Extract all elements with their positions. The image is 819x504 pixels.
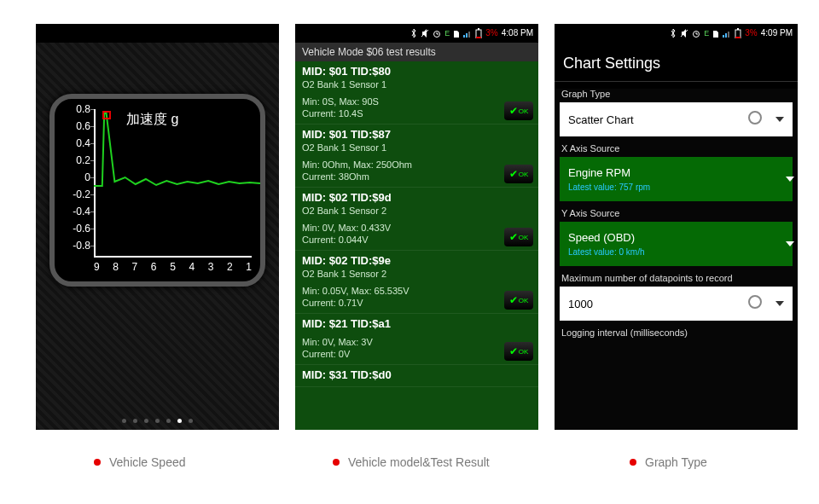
label-x-axis: X Axis Source (561, 143, 791, 154)
row-minmax: Min: 0S, Max: 90S (302, 96, 531, 107)
svg-rect-16 (728, 32, 729, 38)
row-current: Current: 0.71V (302, 298, 531, 308)
row-current: Current: 10.4S (302, 108, 531, 119)
ok-badge: OK (504, 165, 533, 183)
battery-percent: 3% (485, 24, 497, 43)
x-tick: 9 (94, 261, 100, 273)
phone-vehicle-speed: 加速度 g 0.80.60.40.20-0.2-0.4-0.6-0.8 9876… (36, 24, 279, 430)
row-mid: MID: $21 TID:$a1 (302, 317, 531, 330)
y-axis-select[interactable]: Speed (OBD) Latest value: 0 km/h (560, 222, 793, 266)
label-max-points: Maximum number of datapoints to record (561, 273, 791, 283)
screen-header: Vehicle Mode $06 test results (295, 43, 538, 61)
line-plot (94, 109, 260, 263)
x-axis-latest: Latest value: 757 rpm (568, 182, 650, 192)
y-tick: -0.4 (67, 206, 90, 217)
radio-icon (748, 111, 762, 125)
x-tick: 8 (113, 261, 119, 273)
graph-type-select[interactable]: Scatter Chart (560, 102, 793, 136)
phone-test-results: E 3% 4:08 PM Vehicle Mode $06 test resul… (295, 24, 538, 430)
chevron-down-icon (775, 117, 784, 122)
page-indicator (36, 419, 279, 423)
row-current: Current: 38Ohm (302, 171, 531, 182)
ok-badge: OK (504, 228, 533, 246)
y-tick: 0.4 (67, 137, 90, 149)
caption-3: Graph Type (630, 455, 707, 469)
row-minmax: Min: 0.05V, Max: 65.535V (302, 286, 531, 296)
svg-rect-18 (737, 28, 739, 30)
bluetooth-icon (670, 28, 677, 38)
svg-rect-8 (478, 28, 479, 30)
y-tick: 0.6 (67, 120, 90, 132)
caption-2: Vehicle model&Test Result (333, 455, 490, 469)
y-tick: 0.2 (67, 154, 90, 166)
ok-badge: OK (504, 342, 533, 361)
label-y-axis: Y Axis Source (561, 208, 791, 218)
sim-icon (712, 29, 719, 38)
y-tick: 0.8 (67, 103, 90, 115)
sim-icon (453, 29, 460, 38)
chevron-down-icon (786, 241, 794, 246)
x-tick: 1 (246, 261, 252, 273)
caption-1: Vehicle Speed (94, 455, 186, 469)
y-tick: -0.8 (67, 240, 90, 252)
test-result-row[interactable]: MID: $02 TID:$9eO2 Bank 1 Sensor 2Min: 0… (295, 251, 538, 314)
graph-type-value: Scatter Chart (568, 113, 634, 126)
test-result-row[interactable]: MID: $31 TID:$d0 (295, 365, 538, 387)
x-tick: 4 (189, 261, 195, 273)
x-axis-value: Engine RPM (568, 166, 630, 179)
chart-marker (102, 111, 111, 119)
signal-icon (723, 29, 731, 38)
row-current: Current: 0V (302, 349, 531, 359)
row-mid: MID: $31 TID:$d0 (302, 368, 531, 381)
signal-icon (463, 29, 472, 38)
y-axis-latest: Latest value: 0 km/h (568, 247, 645, 257)
status-bar (36, 24, 279, 43)
label-logging-interval: Logging interval (milliseconds) (561, 327, 791, 338)
y-tick: -0.2 (67, 188, 90, 200)
row-mid: MID: $01 TID:$80 (302, 65, 531, 78)
row-mid: MID: $02 TID:$9e (302, 254, 531, 267)
x-tick: 5 (170, 261, 176, 273)
bluetooth-icon (410, 28, 417, 38)
ok-badge: OK (504, 291, 533, 310)
svg-rect-4 (463, 35, 465, 38)
row-minmax: Min: 0V, Max: 3V (302, 337, 531, 347)
test-result-row[interactable]: MID: $21 TID:$a1Min: 0V, Max: 3VCurrent:… (295, 314, 538, 365)
max-points-select[interactable]: 1000 (560, 287, 793, 321)
chevron-down-icon (775, 301, 784, 306)
row-minmax: Min: 0Ohm, Max: 250Ohm (302, 159, 531, 170)
accel-chart: 加速度 g 0.80.60.40.20-0.2-0.4-0.6-0.8 9876… (49, 94, 265, 287)
y-tick: -0.6 (67, 223, 90, 235)
status-bar: E 3% 4:08 PM (295, 24, 538, 43)
x-tick: 6 (151, 261, 157, 273)
battery-saver-icon: E (444, 24, 450, 43)
clock: 4:09 PM (761, 24, 793, 43)
svg-rect-14 (723, 35, 724, 38)
row-sensor: O2 Bank 1 Sensor 1 (302, 79, 531, 90)
phone-chart-settings: E 3% 4:09 PM Chart Settings Graph Type S… (555, 24, 798, 430)
row-minmax: Min: 0V, Max: 0.433V (302, 223, 531, 233)
row-mid: MID: $01 TID:$87 (302, 128, 531, 141)
bullet-icon (630, 459, 636, 466)
row-mid: MID: $02 TID:$9d (302, 191, 531, 204)
row-sensor: O2 Bank 1 Sensor 2 (302, 206, 531, 216)
svg-rect-19 (735, 37, 741, 38)
row-sensor: O2 Bank 1 Sensor 1 (302, 142, 531, 153)
ok-badge: OK (504, 101, 533, 120)
x-tick: 3 (208, 261, 214, 273)
test-result-row[interactable]: MID: $01 TID:$87O2 Bank 1 Sensor 1Min: 0… (295, 125, 538, 188)
test-result-row[interactable]: MID: $02 TID:$9dO2 Bank 1 Sensor 2Min: 0… (295, 188, 538, 251)
svg-rect-15 (725, 33, 727, 38)
svg-rect-9 (476, 37, 481, 38)
x-axis-select[interactable]: Engine RPM Latest value: 757 rpm (560, 157, 793, 201)
y-tick: 0 (67, 171, 90, 183)
mute-icon (680, 29, 688, 38)
label-graph-type: Graph Type (561, 89, 791, 99)
svg-rect-5 (466, 33, 468, 38)
max-points-value: 1000 (568, 298, 593, 310)
test-result-row[interactable]: MID: $01 TID:$80O2 Bank 1 Sensor 1Min: 0… (295, 61, 538, 125)
x-tick: 7 (132, 261, 138, 273)
mute-icon (421, 29, 429, 38)
row-sensor: O2 Bank 1 Sensor 2 (302, 269, 531, 279)
radio-icon (748, 295, 762, 309)
